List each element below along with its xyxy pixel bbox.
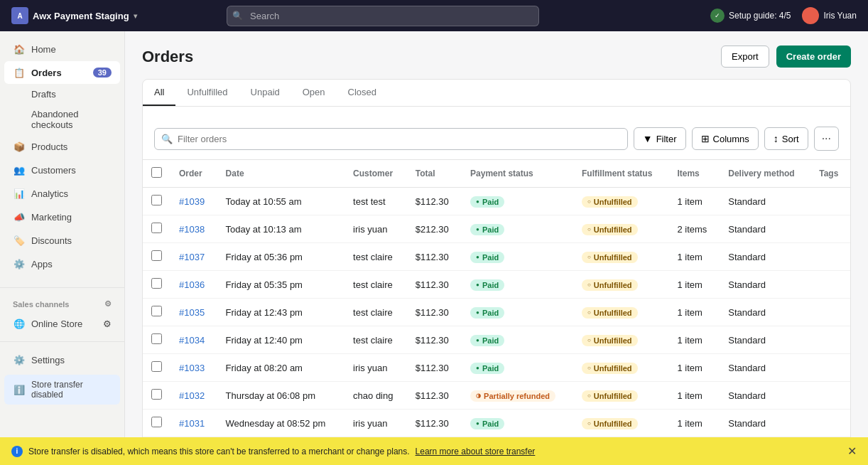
sidebar-item-drafts[interactable]: Drafts xyxy=(4,85,120,104)
export-button[interactable]: Export xyxy=(721,46,769,68)
row-checkbox[interactable] xyxy=(151,306,162,316)
search-icon: 🔍 xyxy=(232,11,243,21)
sidebar-item-online-store[interactable]: 🌐 Online Store ⚙ xyxy=(4,312,120,335)
sidebar: 🏠 Home 📋 Orders 39 Drafts Abandoned chec… xyxy=(0,31,125,437)
row-items: 1 item xyxy=(668,326,720,354)
filter-search-icon: 🔍 xyxy=(161,134,173,144)
order-link[interactable]: #1032 xyxy=(179,390,205,401)
row-order: #1034 xyxy=(170,326,217,354)
payment-badge: Partially refunded xyxy=(470,390,555,402)
fulfillment-badge: Unfulfilled xyxy=(582,418,638,429)
online-store-gear-icon[interactable]: ⚙ xyxy=(103,319,112,329)
more-options-button[interactable]: ··· xyxy=(814,127,839,151)
order-link[interactable]: #1033 xyxy=(179,363,205,373)
tab-all[interactable]: All xyxy=(143,80,175,106)
row-total: $112.30 xyxy=(407,410,462,437)
row-order: #1032 xyxy=(170,382,217,410)
sidebar-item-abandoned[interactable]: Abandoned checkouts xyxy=(4,105,120,134)
create-order-button[interactable]: Create order xyxy=(776,46,851,68)
search-input[interactable] xyxy=(227,6,539,26)
row-delivery: Standard xyxy=(720,188,810,215)
table-row: #1031 Wednesday at 08:52 pm iris yuan $1… xyxy=(143,410,850,437)
row-payment: Paid xyxy=(462,354,573,382)
row-fulfillment: Unfulfilled xyxy=(573,382,668,410)
sidebar-item-products[interactable]: 📦 Products xyxy=(4,135,120,158)
order-link[interactable]: #1036 xyxy=(179,279,205,290)
select-all-checkbox[interactable] xyxy=(151,167,162,178)
apps-icon: ⚙️ xyxy=(13,257,26,270)
tab-closed[interactable]: Closed xyxy=(337,80,388,106)
row-date: Friday at 12:43 pm xyxy=(217,299,345,326)
tab-open[interactable]: Open xyxy=(291,80,337,106)
row-date: Friday at 05:36 pm xyxy=(217,243,345,271)
setup-icon: ✓ xyxy=(710,9,725,23)
row-fulfillment: Unfulfilled xyxy=(573,215,668,243)
close-banner-icon[interactable]: ✕ xyxy=(847,444,857,458)
banner-link[interactable]: Learn more about store transfer xyxy=(416,447,536,456)
sidebar-item-settings[interactable]: ⚙️ Settings xyxy=(4,348,120,371)
row-total: $112.30 xyxy=(407,382,462,410)
user-avatar[interactable]: Iris Yuan xyxy=(802,7,856,24)
row-fulfillment: Unfulfilled xyxy=(573,410,668,437)
sidebar-item-analytics[interactable]: 📊 Analytics xyxy=(4,182,120,205)
store-transfer-label: Store transfer disabled xyxy=(31,380,112,400)
tab-unpaid[interactable]: Unpaid xyxy=(239,80,291,106)
sidebar-item-discounts[interactable]: 🏷️ Discounts xyxy=(4,229,120,252)
sort-button[interactable]: ↕ Sort xyxy=(764,127,808,150)
sidebar-item-orders[interactable]: 📋 Orders 39 xyxy=(4,61,120,84)
row-tags xyxy=(810,299,850,326)
sales-channels-gear-icon[interactable]: ⚙ xyxy=(104,299,112,309)
order-link[interactable]: #1037 xyxy=(179,252,205,262)
row-fulfillment: Unfulfilled xyxy=(573,299,668,326)
columns-button[interactable]: ⊞ Columns xyxy=(692,127,759,150)
row-items: 2 items xyxy=(668,215,720,243)
fulfillment-badge: Unfulfilled xyxy=(582,335,638,346)
tab-unfulfilled[interactable]: Unfulfilled xyxy=(175,80,239,106)
sidebar-item-customers[interactable]: 👥 Customers xyxy=(4,159,120,181)
fulfillment-badge: Unfulfilled xyxy=(582,363,638,374)
row-total: $212.30 xyxy=(407,215,462,243)
sidebar-products-label: Products xyxy=(31,141,67,152)
col-fulfillment: Fulfillment status xyxy=(573,160,668,188)
row-date: Friday at 05:35 pm xyxy=(217,271,345,299)
store-name[interactable]: A Awx Payment Staging ▾ xyxy=(11,7,137,24)
row-customer: test claire xyxy=(345,326,407,354)
filter-button[interactable]: ▼ Filter xyxy=(634,127,686,150)
sidebar-item-apps[interactable]: ⚙️ Apps xyxy=(4,252,120,275)
sidebar-abandoned-label: Abandoned checkouts xyxy=(31,109,79,130)
row-customer: iris yuan xyxy=(345,354,407,382)
row-delivery: Standard xyxy=(720,215,810,243)
row-fulfillment: Unfulfilled xyxy=(573,271,668,299)
order-link[interactable]: #1039 xyxy=(179,196,205,207)
row-checkbox[interactable] xyxy=(151,223,162,233)
filter-orders-input[interactable] xyxy=(154,128,628,150)
row-checkbox[interactable] xyxy=(151,417,162,427)
row-delivery: Standard xyxy=(720,271,810,299)
store-transfer-item[interactable]: ℹ️ Store transfer disabled xyxy=(4,375,120,405)
order-link[interactable]: #1038 xyxy=(179,224,205,235)
row-checkbox[interactable] xyxy=(151,389,162,400)
row-date: Wednesday at 08:52 pm xyxy=(217,410,345,437)
row-checkbox[interactable] xyxy=(151,333,162,344)
row-checkbox[interactable] xyxy=(151,250,162,261)
row-checkbox[interactable] xyxy=(151,278,162,289)
sales-channels-section: Sales channels ⚙ xyxy=(0,294,124,311)
payment-badge: Paid xyxy=(470,307,504,319)
sidebar-item-home[interactable]: 🏠 Home xyxy=(4,38,120,60)
row-tags xyxy=(810,326,850,354)
row-order: #1035 xyxy=(170,299,217,326)
sidebar-item-marketing[interactable]: 📣 Marketing xyxy=(4,205,120,228)
row-customer: test test xyxy=(345,188,407,215)
col-payment: Payment status xyxy=(462,160,573,188)
orders-toolbar: 🔍 ▼ Filter ⊞ Columns ↕ Sort xyxy=(143,118,850,160)
row-items: 1 item xyxy=(668,382,720,410)
col-order: Order xyxy=(170,160,217,188)
setup-guide[interactable]: ✓ Setup guide: 4/5 xyxy=(710,9,791,23)
order-link[interactable]: #1035 xyxy=(179,307,205,318)
order-link[interactable]: #1031 xyxy=(179,418,205,429)
row-payment: Paid xyxy=(462,326,573,354)
discounts-icon: 🏷️ xyxy=(13,234,26,247)
row-checkbox[interactable] xyxy=(151,195,162,205)
row-checkbox[interactable] xyxy=(151,361,162,372)
order-link[interactable]: #1034 xyxy=(179,335,205,346)
